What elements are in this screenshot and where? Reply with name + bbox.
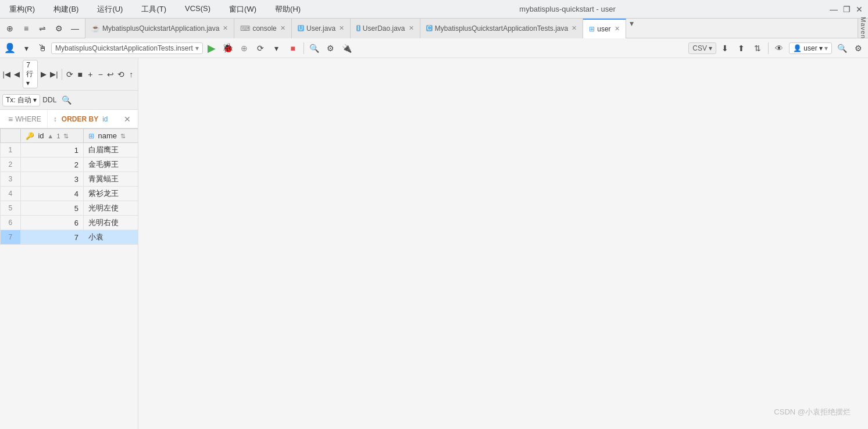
eye-icon[interactable]: 👁	[771, 41, 787, 56]
menu-refactor[interactable]: 重构(R)	[5, 3, 40, 16]
upload-icon[interactable]: ⬆	[734, 41, 749, 56]
remove-row-icon[interactable]: −	[97, 67, 105, 82]
refresh-icon[interactable]: ⟳	[66, 67, 74, 82]
tab-close-5[interactable]: ✕	[615, 25, 620, 33]
tab-close-2[interactable]: ✕	[339, 24, 344, 32]
col-header-id[interactable]: 🔑 id ▲ 1 ⇅	[20, 129, 83, 143]
tab-close-4[interactable]: ✕	[571, 24, 577, 32]
search-data-icon[interactable]: 🔍	[59, 92, 74, 108]
tab-userdao-java[interactable]: I UserDao.java ✕	[351, 19, 420, 38]
menu-window[interactable]: 窗口(W)	[224, 3, 261, 16]
table-row[interactable]: 33青翼蝠王38118800000002	[1, 172, 138, 187]
back-icon[interactable]: 🖱	[35, 41, 50, 56]
separator-2	[768, 42, 769, 54]
table-scroll-area[interactable]: 🔑 id ▲ 1 ⇅ ⊞ name ⇅ ⊞	[0, 128, 138, 429]
stop-icon[interactable]: ■	[285, 41, 301, 56]
table-row[interactable]: 55光明左使37118800000004	[1, 201, 138, 216]
tab-close-1[interactable]: ✕	[280, 24, 285, 32]
revert-all-icon[interactable]: ⟲	[117, 67, 126, 82]
collapse-icon[interactable]: —	[67, 21, 83, 36]
stop-data-icon[interactable]: ■	[76, 67, 84, 82]
menu-run[interactable]: 运行(U)	[92, 3, 127, 16]
cell-id[interactable]: 3	[20, 172, 83, 187]
menu-vcs[interactable]: VCS(S)	[180, 3, 215, 16]
split-icon[interactable]: ⇌	[35, 21, 50, 36]
tab-console[interactable]: ⌨ console ✕	[234, 19, 291, 38]
more-run-icon[interactable]: ▾	[269, 41, 284, 56]
table-row[interactable]: 77小袁20<null>18800000006	[1, 230, 138, 245]
cell-id[interactable]: 7	[20, 230, 83, 245]
settings-icon2[interactable]: ⚙	[323, 41, 338, 56]
table-row[interactable]: 11白眉鹰王55118800000000	[1, 143, 138, 158]
user-icon[interactable]: 👤	[2, 41, 17, 56]
download-icon[interactable]: ⬇	[717, 41, 733, 56]
coverage-icon[interactable]: ⊕	[237, 41, 252, 56]
col-header-name[interactable]: ⊞ name ⇅	[83, 129, 138, 143]
plugin-icon[interactable]: 🔌	[340, 41, 355, 56]
ddl-button[interactable]: DDL	[42, 92, 57, 108]
csv-button[interactable]: CSV ▾	[688, 42, 716, 54]
add-row-icon[interactable]: +	[86, 67, 95, 82]
cell-name[interactable]: 金毛狮王	[83, 158, 138, 172]
menu-help[interactable]: 帮助(H)	[270, 3, 305, 16]
close-button[interactable]: ✕	[855, 5, 863, 13]
submit-icon[interactable]: ↑	[127, 67, 135, 82]
col-name-icon: ⊞	[88, 132, 94, 140]
cell-name[interactable]: 紫衫龙王	[83, 187, 138, 201]
maximize-button[interactable]: ❐	[842, 5, 851, 13]
nav-first-icon[interactable]: |◀	[2, 67, 11, 82]
add-icon[interactable]: ⊕	[2, 21, 17, 36]
table-row[interactable]: 66光明右使48118800000005	[1, 216, 138, 230]
cell-name[interactable]: 光明左使	[83, 201, 138, 216]
cell-name[interactable]: 光明右使	[83, 216, 138, 230]
cell-name[interactable]: 白眉鹰王	[83, 143, 138, 158]
tab-mybatisplus-app[interactable]: ☕ MybatisplusQuickstartApplication.java …	[85, 19, 234, 38]
debug-icon[interactable]: 🐞	[220, 41, 235, 56]
table-row[interactable]: 22金毛狮王45118800000001	[1, 158, 138, 172]
tab-close-3[interactable]: ✕	[409, 24, 414, 32]
menu-tools[interactable]: 工具(T)	[137, 3, 171, 16]
filter-close-button[interactable]: ✕	[119, 115, 135, 124]
tab-close-0[interactable]: ✕	[223, 24, 228, 32]
settings-icon[interactable]: ⚙	[51, 21, 66, 36]
where-filter[interactable]: ≡ WHERE	[2, 110, 48, 128]
key-icon: 🔑	[26, 132, 34, 140]
user-filter-button[interactable]: 👤 user ▾ ▾	[789, 42, 832, 54]
tab-mybatisplus-tests[interactable]: C MybatisplusQuickstartApplicationTests.…	[420, 19, 584, 38]
menu-build[interactable]: 构建(B)	[49, 3, 83, 16]
maven-sidebar[interactable]: Maven	[858, 19, 868, 38]
nav-last-icon[interactable]: ▶|	[50, 67, 59, 82]
run-config-selector[interactable]: MybatisplusQuickstartApplicationTests.in…	[51, 42, 203, 54]
cell-name[interactable]: 青翼蝠王	[83, 172, 138, 187]
profiler-icon[interactable]: ⟳	[253, 41, 268, 56]
minimize-button[interactable]: —	[830, 5, 838, 13]
tx-selector[interactable]: Tx: 自动 ▾	[2, 94, 40, 106]
cell-name[interactable]: 小袁	[83, 230, 138, 245]
compare-icon[interactable]: ⇅	[750, 41, 765, 56]
order-by-filter[interactable]: ↕ ORDER BY id	[48, 115, 114, 123]
tab-user-db[interactable]: ⊞ user ✕	[583, 19, 626, 38]
dropdown-arrow-icon[interactable]: ▾	[19, 41, 34, 56]
left-panel-toolbar: |◀ ◀ 7行▾ ▶ ▶| ⟳ ■ + − ↩ ⟲ ↑	[0, 58, 138, 91]
list-icon[interactable]: ≡	[19, 21, 34, 36]
cell-id[interactable]: 4	[20, 187, 83, 201]
search-icon[interactable]: 🔍	[307, 41, 322, 56]
cell-id[interactable]: 5	[20, 201, 83, 216]
more-settings-icon[interactable]: ⚙	[851, 41, 866, 56]
menu-bar-items: 重构(R) 构建(B) 运行(U) 工具(T) VCS(S) 窗口(W) 帮助(…	[5, 3, 305, 16]
nav-next-icon[interactable]: ▶	[40, 67, 48, 82]
cell-id[interactable]: 2	[20, 158, 83, 172]
tabs-overflow-button[interactable]: ▾	[626, 19, 637, 38]
rows-selector[interactable]: 7行▾	[23, 60, 38, 88]
nav-prev-icon[interactable]: ◀	[13, 67, 22, 82]
revert-icon[interactable]: ↩	[106, 67, 115, 82]
cell-id[interactable]: 6	[20, 216, 83, 230]
table-row[interactable]: 44紫衫龙王42218800000003	[1, 187, 138, 201]
tab-user-java[interactable]: U User.java ✕	[292, 19, 351, 38]
zoom-icon[interactable]: 🔍	[834, 41, 849, 56]
main-layout: |◀ ◀ 7行▾ ▶ ▶| ⟳ ■ + − ↩ ⟲ ↑ Tx: 自动 ▾ DDL…	[0, 58, 868, 429]
run-button[interactable]: ▶	[204, 41, 219, 56]
cell-id[interactable]: 1	[20, 143, 83, 158]
filter-row: ≡ WHERE ↕ ORDER BY id ✕	[0, 110, 138, 128]
title-bar: 重构(R) 构建(B) 运行(U) 工具(T) VCS(S) 窗口(W) 帮助(…	[0, 0, 868, 19]
